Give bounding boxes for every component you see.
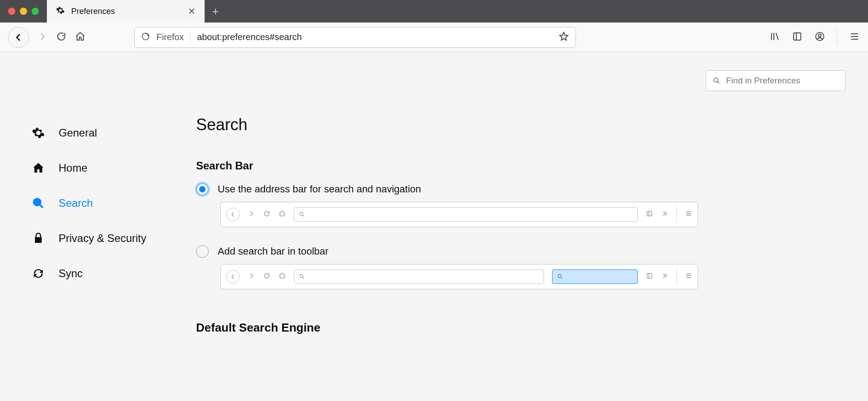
sidebar-button[interactable] [792, 31, 803, 44]
sidebar-item-general[interactable]: General [32, 115, 189, 150]
svg-point-5 [714, 78, 718, 82]
url-identity-label: Firefox [156, 32, 184, 42]
url-divider [190, 31, 191, 44]
home-button[interactable] [75, 31, 86, 44]
preview-reload-icon [263, 272, 270, 281]
svg-point-9 [558, 274, 561, 278]
preview-back-icon [226, 270, 240, 283]
library-button[interactable] [769, 31, 780, 44]
find-input[interactable] [726, 76, 839, 86]
sidebar-item-label: Sync [59, 267, 82, 280]
sidebar-item-label: Privacy & Security [59, 232, 146, 245]
preview-home-icon [279, 210, 286, 219]
preview-forward-icon [248, 210, 255, 219]
preferences-sidebar: General Home Search Privacy & Security S… [0, 52, 189, 362]
sidebar-item-search[interactable]: Search [32, 186, 189, 221]
radio-button-checked[interactable] [196, 183, 209, 196]
preview-urlbar [294, 207, 638, 222]
preview-separator [676, 206, 677, 223]
preview-menu-icon [685, 210, 692, 219]
sidebar-item-label: Search [59, 197, 93, 210]
preview-sidebar-icon [646, 272, 653, 281]
app-menu-button[interactable] [849, 31, 860, 44]
svg-rect-7 [647, 211, 652, 216]
sidebar-item-sync[interactable]: Sync [32, 256, 189, 291]
back-button[interactable] [8, 27, 29, 48]
find-in-preferences[interactable] [706, 70, 845, 91]
sidebar-item-home[interactable]: Home [32, 150, 189, 186]
preview-separate-toolbar [220, 264, 698, 289]
preview-overflow-icon [661, 210, 668, 219]
svg-rect-1 [794, 33, 801, 40]
searchbar-section-heading: Search Bar [196, 159, 845, 172]
radio-option-separate[interactable]: Add search bar in toolbar [196, 245, 845, 258]
account-button[interactable] [814, 31, 825, 44]
toolbar-separator [837, 29, 837, 46]
gear-icon [56, 6, 65, 17]
firefox-icon [141, 32, 150, 43]
tab-preferences[interactable]: Preferences ✕ [47, 0, 205, 23]
radio-button-unchecked[interactable] [196, 245, 209, 258]
window-controls [0, 0, 47, 23]
radio-label: Use the address bar for search and navig… [218, 183, 421, 195]
preview-menu-icon [685, 272, 692, 281]
window-zoom-button[interactable] [32, 8, 39, 15]
window-close-button[interactable] [8, 8, 15, 15]
svg-point-8 [300, 274, 303, 278]
tab-close-button[interactable]: ✕ [188, 6, 196, 17]
preview-reload-icon [263, 210, 270, 219]
svg-point-3 [818, 34, 821, 37]
url-text: about:preferences#search [197, 32, 302, 42]
default-engine-heading: Default Search Engine [196, 321, 845, 335]
preview-home-icon [279, 272, 286, 281]
radio-option-unified[interactable]: Use the address bar for search and navig… [196, 183, 845, 196]
bookmark-star-button[interactable] [558, 31, 569, 44]
preferences-main: Search Search Bar Use the address bar fo… [189, 52, 868, 362]
new-tab-button[interactable]: + [205, 0, 226, 23]
url-bar[interactable]: Firefox about:preferences#search [134, 27, 576, 48]
reload-button[interactable] [56, 31, 67, 44]
preview-overflow-icon [661, 272, 668, 281]
window-minimize-button[interactable] [20, 8, 27, 15]
preview-forward-icon [248, 272, 255, 281]
preview-unified-toolbar [220, 202, 698, 227]
sidebar-item-label: Home [59, 162, 87, 174]
radio-label: Add search bar in toolbar [218, 246, 329, 257]
preview-separator [676, 269, 677, 285]
svg-rect-10 [647, 273, 652, 278]
toolbar-right-icons [769, 29, 860, 46]
page-title: Search [196, 115, 845, 134]
navigation-toolbar: Firefox about:preferences#search [0, 23, 868, 52]
tab-title: Preferences [71, 7, 115, 16]
svg-point-4 [34, 199, 41, 205]
tab-bar: Preferences ✕ + [0, 0, 868, 23]
svg-point-6 [300, 212, 303, 215]
forward-button[interactable] [37, 31, 48, 44]
preview-sidebar-icon [646, 210, 653, 219]
preview-urlbar [294, 269, 544, 284]
sidebar-item-privacy[interactable]: Privacy & Security [32, 221, 189, 256]
sidebar-item-label: General [59, 127, 97, 139]
preview-back-icon [226, 208, 240, 221]
preview-searchbar-highlight [552, 269, 638, 284]
